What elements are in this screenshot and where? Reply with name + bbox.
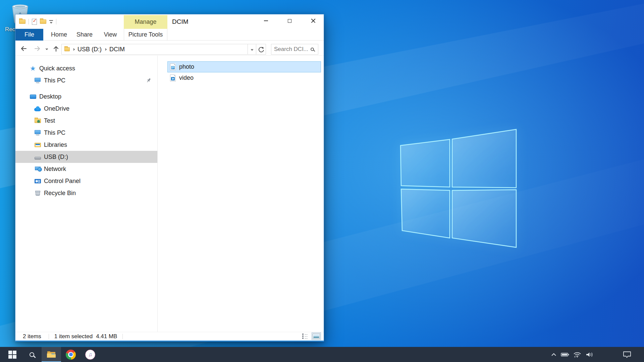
large-icons-view-button[interactable] xyxy=(312,333,321,340)
sidebar-item-network[interactable]: Network xyxy=(15,163,157,175)
user-folder-icon xyxy=(34,119,42,123)
maximize-icon xyxy=(288,19,291,23)
chrome-icon xyxy=(66,350,76,360)
details-view-button[interactable] xyxy=(300,333,310,340)
sidebar-item-recycle-bin[interactable]: Recycle Bin xyxy=(15,187,157,199)
sidebar-item-label: This PC xyxy=(44,129,65,136)
sidebar-item-control-panel[interactable]: Control Panel xyxy=(15,175,157,187)
volume-tray-icon[interactable] xyxy=(584,347,595,362)
pane-divider xyxy=(157,56,158,332)
usb-drive-icon xyxy=(34,155,42,160)
up-button[interactable] xyxy=(52,45,60,53)
manage-contextual-tab[interactable]: Manage xyxy=(124,15,167,29)
title-bar[interactable]: ✓ Manage DCIM xyxy=(15,14,324,29)
file-explorer-icon xyxy=(47,351,56,358)
chevron-down-icon xyxy=(50,21,52,23)
refresh-icon xyxy=(258,47,264,52)
forward-button[interactable] xyxy=(34,45,42,53)
sidebar-item-libraries[interactable]: Libraries xyxy=(15,139,157,151)
customize-qat-dropdown[interactable] xyxy=(49,20,53,23)
taskbar: ♫ xyxy=(0,347,644,362)
address-bar: USB (D:) DCIM xyxy=(61,44,266,55)
taskbar-file-explorer-button[interactable] xyxy=(42,347,61,362)
chevron-up-icon xyxy=(551,353,556,356)
control-panel-icon xyxy=(34,179,42,183)
tab-picture-tools[interactable]: Picture Tools xyxy=(124,29,167,41)
separator xyxy=(49,334,49,339)
tab-share[interactable]: Share xyxy=(73,29,96,41)
chevron-down-icon xyxy=(45,47,48,50)
image-file-icon xyxy=(170,63,176,70)
file-row-video[interactable]: video xyxy=(167,72,321,83)
new-folder-button[interactable] xyxy=(40,19,46,24)
wifi-icon xyxy=(573,352,581,358)
sidebar-item-label: Network xyxy=(44,166,66,173)
item-count: 2 items xyxy=(23,333,41,340)
file-name: video xyxy=(179,74,194,81)
tab-view[interactable]: View xyxy=(100,29,121,41)
pin-icon xyxy=(146,78,151,85)
sidebar-item-this-pc-pinned[interactable]: This PC xyxy=(15,74,157,86)
show-hidden-icons-button[interactable] xyxy=(549,347,558,362)
search-icon xyxy=(30,352,34,357)
video-file-icon xyxy=(170,74,176,81)
up-arrow-icon xyxy=(52,45,60,52)
quick-access-toolbar: ✓ xyxy=(19,14,56,29)
sidebar-item-label: Recycle Bin xyxy=(44,190,76,197)
minimize-icon xyxy=(264,20,268,21)
close-icon xyxy=(311,18,316,23)
tab-file[interactable]: File xyxy=(15,29,43,41)
minimize-button[interactable] xyxy=(257,14,275,27)
maximize-button[interactable] xyxy=(280,14,299,27)
taskbar-search-button[interactable] xyxy=(22,347,42,362)
action-center-icon xyxy=(623,351,632,358)
folder-icon xyxy=(64,47,70,51)
breadcrumb-drive[interactable]: USB (D:) xyxy=(77,46,102,53)
taskbar-chrome-button[interactable] xyxy=(61,347,80,362)
content-area: ★ Quick access This PC Desktop OneDrive xyxy=(15,56,324,332)
forward-arrow-icon xyxy=(34,45,41,52)
back-button[interactable] xyxy=(19,45,28,53)
action-center-button[interactable] xyxy=(621,347,633,362)
close-button[interactable] xyxy=(304,14,323,27)
search-input[interactable] xyxy=(271,46,311,53)
start-button[interactable] xyxy=(3,347,22,362)
wifi-tray-icon[interactable] xyxy=(572,347,582,362)
itunes-icon: ♫ xyxy=(85,350,95,360)
bar xyxy=(49,20,53,21)
breadcrumb-folder[interactable]: DCIM xyxy=(109,46,125,53)
file-row-photo[interactable]: photo xyxy=(167,61,321,72)
ribbon-tab-row: File Home Share View Picture Tools ? xyxy=(15,29,324,41)
address-dropdown-button[interactable] xyxy=(248,44,256,55)
libraries-icon xyxy=(34,143,42,147)
tab-home[interactable]: Home xyxy=(47,29,71,41)
view-toggle-buttons xyxy=(300,333,321,340)
taskbar-itunes-button[interactable]: ♫ xyxy=(80,347,100,362)
selection-info: 1 item selected xyxy=(54,333,93,340)
sidebar-item-onedrive[interactable]: OneDrive xyxy=(15,103,157,115)
chevron-right-icon xyxy=(104,48,107,50)
sidebar-item-quick-access[interactable]: ★ Quick access xyxy=(15,62,157,74)
app-folder-icon xyxy=(19,19,25,24)
sidebar-item-desktop[interactable]: Desktop xyxy=(15,90,157,103)
battery-icon xyxy=(561,352,570,357)
sidebar-item-label: Test xyxy=(44,117,55,124)
check-icon: ✓ xyxy=(33,18,37,23)
window-title: DCIM xyxy=(172,14,189,29)
search-icon[interactable] xyxy=(311,48,314,51)
refresh-button[interactable] xyxy=(256,44,266,55)
recent-locations-dropdown[interactable] xyxy=(44,45,50,53)
breadcrumb[interactable]: USB (D:) DCIM xyxy=(61,44,248,55)
sidebar-item-label: Desktop xyxy=(39,93,61,100)
sidebar-item-usb-drive[interactable]: USB (D:) xyxy=(15,151,157,163)
sidebar-item-test[interactable]: Test xyxy=(15,115,157,127)
sidebar-item-label: Quick access xyxy=(39,65,75,72)
battery-tray-icon[interactable] xyxy=(560,347,570,362)
properties-button[interactable]: ✓ xyxy=(32,19,37,25)
details-view-icon xyxy=(302,334,304,335)
address-bar-row: USB (D:) DCIM xyxy=(15,41,324,56)
desktop-screen: Recycle Bin ✓ Manage DCIM xyxy=(0,0,644,362)
separator xyxy=(122,334,123,339)
sidebar-item-this-pc[interactable]: This PC xyxy=(15,127,157,139)
sidebar-item-label: This PC xyxy=(44,77,65,84)
